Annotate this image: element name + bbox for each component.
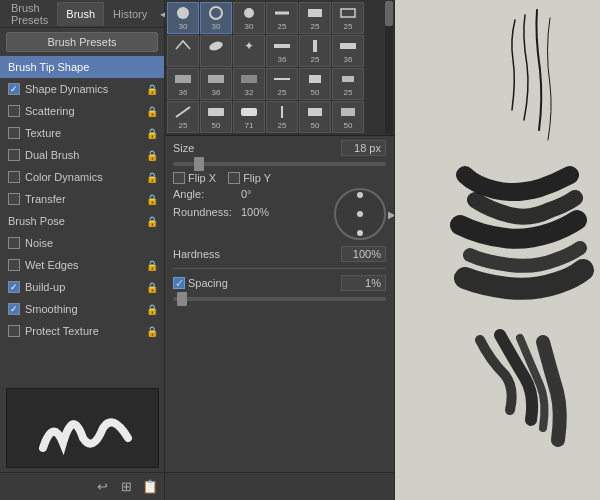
middle-strokes <box>460 175 583 289</box>
tab-brush[interactable]: Brush <box>57 2 104 26</box>
brush-presets-button[interactable]: Brush Presets <box>6 32 158 52</box>
brush-thumb-5[interactable]: 25 <box>299 2 331 34</box>
shape-dynamics-checkbox[interactable]: ✓ <box>8 83 20 95</box>
noise-checkbox[interactable] <box>8 237 20 249</box>
top-strokes <box>512 10 551 140</box>
spacing-slider-thumb[interactable] <box>177 292 187 306</box>
svg-point-2 <box>244 8 254 18</box>
flip-y-checkbox[interactable] <box>228 172 240 184</box>
brush-options-list: Brush Tip Shape ✓ Shape Dynamics 🔒 Scatt… <box>0 56 164 384</box>
roundness-row: Roundness: 100% <box>173 206 318 218</box>
grid-scrollbar-thumb <box>385 1 393 26</box>
protect-texture-checkbox[interactable] <box>8 325 20 337</box>
brush-item-color-dynamics[interactable]: Color Dynamics 🔒 <box>0 166 164 188</box>
brush-thumb-18[interactable]: 25 <box>332 68 364 100</box>
flip-x-checkbox[interactable] <box>173 172 185 184</box>
protect-texture-lock: 🔒 <box>146 326 158 337</box>
spacing-checkbox[interactable]: ✓ <box>173 277 185 289</box>
brush-thumb-16[interactable]: 25 <box>266 68 298 100</box>
brush-thumb-11[interactable]: 25 <box>299 35 331 67</box>
spacing-slider[interactable] <box>173 297 386 301</box>
wet-edges-checkbox[interactable] <box>8 259 20 271</box>
svg-rect-4 <box>308 9 322 17</box>
brush-thumb-6[interactable]: 25 <box>332 2 364 34</box>
tab-history[interactable]: History <box>104 2 156 26</box>
buildup-checkbox[interactable]: ✓ <box>8 281 20 293</box>
tab-brush-presets[interactable]: Brush Presets <box>2 2 57 26</box>
brush-thumb-22[interactable]: 25 <box>266 101 298 133</box>
angle-row: Angle: 0° <box>173 188 318 200</box>
grid-scrollbar[interactable] <box>385 1 393 134</box>
brush-thumb-2[interactable]: 30 <box>200 2 232 34</box>
dual-brush-checkbox[interactable] <box>8 149 20 161</box>
scattering-checkbox[interactable] <box>8 105 20 117</box>
spacing-checkbox-container[interactable]: ✓ Spacing <box>173 277 228 289</box>
svg-rect-22 <box>341 108 355 116</box>
brush-thumbnail-grid: 30 30 30 25 25 <box>165 0 394 135</box>
grid-view-icon[interactable]: ⊞ <box>116 477 136 497</box>
brush-thumb-8[interactable] <box>200 35 232 67</box>
brush-item-protect-texture[interactable]: Protect Texture 🔒 <box>0 320 164 342</box>
brush-thumb-4[interactable]: 25 <box>266 2 298 34</box>
brush-item-tip-shape[interactable]: Brush Tip Shape <box>0 56 164 78</box>
flip-x-option[interactable]: Flip X <box>173 172 216 184</box>
brush-thumb-1[interactable]: 30 <box>167 2 199 34</box>
brush-item-dual-brush[interactable]: Dual Brush 🔒 <box>0 144 164 166</box>
shape-dynamics-lock: 🔒 <box>146 84 158 95</box>
svg-point-6 <box>208 40 224 52</box>
brush-item-texture[interactable]: Texture 🔒 <box>0 122 164 144</box>
texture-checkbox[interactable] <box>8 127 20 139</box>
brush-thumb-12[interactable]: 36 <box>332 35 364 67</box>
transfer-lock: 🔒 <box>146 194 158 205</box>
brush-thumb-19[interactable]: 25 <box>167 101 199 133</box>
svg-rect-5 <box>341 9 355 17</box>
size-row: Size 18 px <box>173 140 386 156</box>
tab-bar: Brush Presets Brush History ◀▶ ≡ <box>0 0 164 28</box>
color-dynamics-checkbox[interactable] <box>8 171 20 183</box>
brush-item-brush-pose[interactable]: Brush Pose 🔒 <box>0 210 164 232</box>
svg-rect-21 <box>308 108 322 116</box>
compass-container: ▶ <box>326 188 386 240</box>
brush-thumb-10[interactable]: 36 <box>266 35 298 67</box>
create-brush-icon[interactable]: ↩ <box>92 477 112 497</box>
size-slider-thumb[interactable] <box>194 157 204 171</box>
brush-item-noise[interactable]: Noise <box>0 232 164 254</box>
brush-item-smoothing[interactable]: ✓ Smoothing 🔒 <box>0 298 164 320</box>
hardness-value: 100% <box>341 246 386 262</box>
brush-thumb-13[interactable]: 36 <box>167 68 199 100</box>
svg-point-1 <box>210 7 222 19</box>
svg-rect-10 <box>340 43 356 49</box>
brush-item-transfer[interactable]: Transfer 🔒 <box>0 188 164 210</box>
flip-y-option[interactable]: Flip Y <box>228 172 271 184</box>
brush-thumb-21[interactable]: 71 <box>233 101 265 133</box>
brush-item-scattering[interactable]: Scattering 🔒 <box>0 100 164 122</box>
brush-thumb-7[interactable] <box>167 35 199 67</box>
brush-thumb-17[interactable]: 50 <box>299 68 331 100</box>
brush-item-wet-edges[interactable]: Wet Edges 🔒 <box>0 254 164 276</box>
texture-lock: 🔒 <box>146 128 158 139</box>
brush-preview <box>6 388 159 468</box>
size-slider[interactable] <box>173 162 386 166</box>
svg-rect-13 <box>241 75 257 83</box>
angle-compass[interactable]: ▶ <box>334 188 386 240</box>
list-view-icon[interactable]: 📋 <box>140 477 160 497</box>
brush-thumb-24[interactable]: 50 <box>332 101 364 133</box>
transfer-checkbox[interactable] <box>8 193 20 205</box>
spacing-value: 1% <box>341 275 386 291</box>
svg-rect-9 <box>313 40 317 52</box>
brush-item-buildup[interactable]: ✓ Build-up 🔒 <box>0 276 164 298</box>
brush-thumb-20[interactable]: 50 <box>200 101 232 133</box>
brush-thumb-15[interactable]: 32 <box>233 68 265 100</box>
bottom-strokes <box>480 335 560 440</box>
brush-item-shape-dynamics[interactable]: ✓ Shape Dynamics 🔒 <box>0 78 164 100</box>
brush-thumb-23[interactable]: 50 <box>299 101 331 133</box>
brush-thumb-14[interactable]: 36 <box>200 68 232 100</box>
svg-rect-19 <box>241 108 257 116</box>
smoothing-checkbox[interactable]: ✓ <box>8 303 20 315</box>
size-value: 18 px <box>341 140 386 156</box>
brush-thumb-9[interactable]: ✦ <box>233 35 265 67</box>
compass-right-arrow: ▶ <box>388 209 394 220</box>
svg-rect-18 <box>208 108 224 116</box>
brush-thumb-3[interactable]: 30 <box>233 2 265 34</box>
hardness-label: Hardness <box>173 248 341 260</box>
